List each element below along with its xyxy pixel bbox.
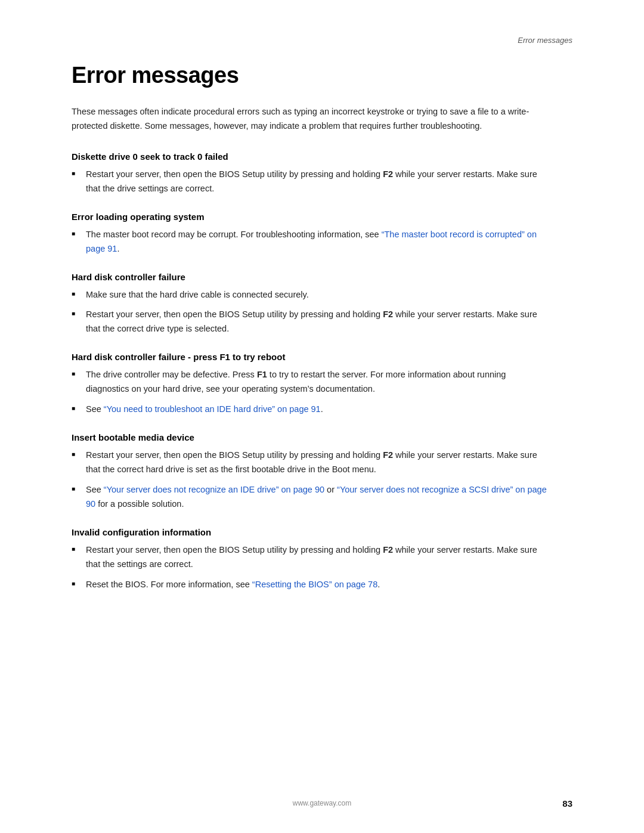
bullet-square-icon: ■ (72, 404, 86, 414)
list-item: ■ Restart your server, then open the BIO… (72, 308, 572, 336)
bullet-text: Restart your server, then open the BIOS … (86, 543, 551, 572)
section-insert-bootable: Insert bootable media device ■ Restart y… (72, 432, 572, 512)
bullet-text: Make sure that the hard drive cable is c… (86, 288, 551, 302)
section-error-loading: Error loading operating system ■ The mas… (72, 212, 572, 256)
bullet-square-icon: ■ (72, 544, 86, 555)
link-resetting-bios[interactable]: “Resetting the BIOS” on page 78 (252, 580, 377, 589)
bullet-list-invalid-config: ■ Restart your server, then open the BIO… (72, 543, 572, 592)
bullet-square-icon: ■ (72, 289, 86, 299)
list-item: ■ Make sure that the hard drive cable is… (72, 288, 572, 302)
page-header: Error messages (72, 36, 572, 45)
chapter-title: Error messages (518, 36, 572, 45)
bullet-square-icon: ■ (72, 484, 86, 494)
bullet-list-error-loading: ■ The master boot record may be corrupt.… (72, 228, 572, 256)
footer-url: www.gateway.com (293, 799, 351, 807)
bullet-square-icon: ■ (72, 450, 86, 460)
bullet-list-hard-disk-failure: ■ Make sure that the hard drive cable is… (72, 288, 572, 337)
section-hard-disk-reboot: Hard disk controller failure - press F1 … (72, 352, 572, 417)
link-master-boot-record[interactable]: “The master boot record is corrupted” on… (86, 230, 537, 253)
bullet-list-hard-disk-reboot: ■ The drive controller may be defective.… (72, 368, 572, 417)
section-title-invalid-config: Invalid configuration information (72, 527, 572, 537)
bullet-square-icon: ■ (72, 309, 86, 319)
link-ide-drive[interactable]: “Your server does not recognize an IDE d… (104, 485, 324, 494)
page-title: Error messages (72, 63, 572, 88)
bullet-text: Restart your server, then open the BIOS … (86, 168, 551, 196)
bullet-text: See “You need to troubleshoot an IDE har… (86, 402, 551, 417)
section-title-hard-disk-failure: Hard disk controller failure (72, 272, 572, 282)
list-item: ■ Restart your server, then open the BIO… (72, 168, 572, 196)
bullet-text: See “Your server does not recognize an I… (86, 483, 551, 512)
section-title-error-loading: Error loading operating system (72, 212, 572, 222)
bullet-square-icon: ■ (72, 169, 86, 179)
bullet-text: Restart your server, then open the BIOS … (86, 448, 551, 477)
section-invalid-config: Invalid configuration information ■ Rest… (72, 527, 572, 592)
section-hard-disk-failure: Hard disk controller failure ■ Make sure… (72, 272, 572, 337)
list-item: ■ The master boot record may be corrupt.… (72, 228, 572, 256)
bullet-square-icon: ■ (72, 579, 86, 589)
section-title-diskette-drive: Diskette drive 0 seek to track 0 failed (72, 151, 572, 162)
list-item: ■ Restart your server, then open the BIO… (72, 543, 572, 572)
bullet-list-insert-bootable: ■ Restart your server, then open the BIO… (72, 448, 572, 512)
list-item: ■ See “You need to troubleshoot an IDE h… (72, 402, 572, 417)
bullet-list-diskette-drive: ■ Restart your server, then open the BIO… (72, 168, 572, 196)
bullet-square-icon: ■ (72, 369, 86, 379)
page-number: 83 (562, 798, 572, 809)
bullet-text: Restart your server, then open the BIOS … (86, 308, 551, 336)
intro-paragraph: These messages often indicate procedural… (72, 105, 561, 134)
page: Error messages Error messages These mess… (0, 0, 644, 833)
list-item: ■ The drive controller may be defective.… (72, 368, 572, 397)
bullet-text: The drive controller may be defective. P… (86, 368, 551, 397)
link-ide-hard-drive[interactable]: “You need to troubleshoot an IDE hard dr… (104, 404, 321, 414)
bullet-text: Reset the BIOS. For more information, se… (86, 578, 551, 592)
section-title-hard-disk-reboot: Hard disk controller failure - press F1 … (72, 352, 572, 362)
bullet-square-icon: ■ (72, 229, 86, 239)
bullet-text: The master boot record may be corrupt. F… (86, 228, 551, 256)
list-item: ■ See “Your server does not recognize an… (72, 483, 572, 512)
section-title-insert-bootable: Insert bootable media device (72, 432, 572, 442)
section-diskette-drive: Diskette drive 0 seek to track 0 failed … (72, 151, 572, 196)
list-item: ■ Reset the BIOS. For more information, … (72, 578, 572, 592)
list-item: ■ Restart your server, then open the BIO… (72, 448, 572, 477)
